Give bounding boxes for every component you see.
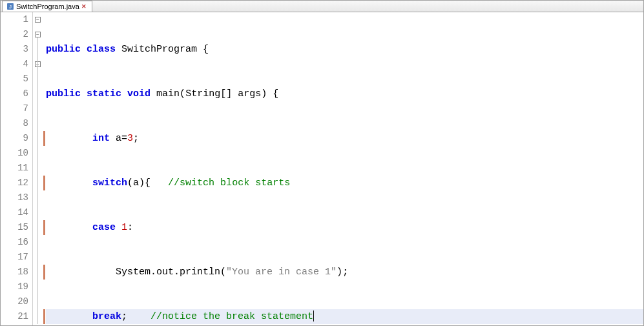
tab-filename: SwitchProgram.java	[16, 3, 79, 10]
java-file-icon: J	[6, 3, 14, 10]
line-number: 14	[1, 205, 28, 220]
line-number: 6	[1, 87, 28, 101]
line-number: 15	[1, 220, 28, 235]
fold-gutter: − − −	[33, 12, 43, 325]
text-cursor	[313, 311, 314, 321]
code-line: public static void main(String[] args) {	[46, 87, 643, 101]
line-number: 20	[1, 294, 28, 309]
code-line: int a=3;	[46, 131, 643, 146]
line-number: 4	[1, 57, 28, 72]
code-line: case 1:	[46, 220, 643, 235]
file-tab[interactable]: J SwitchProgram.java ✕	[2, 1, 92, 12]
line-number: 9	[1, 131, 28, 146]
line-number: 8	[1, 116, 28, 131]
change-marker	[43, 131, 45, 146]
svg-text:J: J	[9, 4, 12, 10]
change-marker	[43, 309, 45, 324]
line-number: 18	[1, 265, 28, 280]
change-marker	[43, 220, 45, 235]
fold-toggle-icon[interactable]: −	[35, 32, 41, 37]
code-line: public class SwitchProgram {	[46, 42, 643, 57]
line-number: 10	[1, 146, 28, 161]
line-number: 1	[1, 12, 28, 27]
tab-bar: J SwitchProgram.java ✕	[1, 1, 643, 12]
line-number: 2	[1, 27, 28, 42]
line-number: 7	[1, 101, 28, 116]
line-number: 5	[1, 72, 28, 87]
editor-area: 123456789101112131415161718192021 − − − …	[1, 12, 643, 325]
change-marker	[43, 176, 45, 190]
line-number: 13	[1, 190, 28, 205]
code-line: break; //notice the break statement	[46, 309, 643, 324]
code-area[interactable]: public class SwitchProgram { public stat…	[43, 12, 643, 325]
line-number: 3	[1, 42, 28, 57]
line-number: 16	[1, 235, 28, 250]
line-number-gutter: 123456789101112131415161718192021	[1, 12, 33, 325]
code-line: switch(a){ //switch block starts	[46, 176, 643, 190]
code-line: System.out.println("You are in case 1");	[46, 265, 643, 280]
line-number: 21	[1, 309, 28, 324]
line-number: 11	[1, 161, 28, 176]
close-icon[interactable]: ✕	[81, 3, 88, 10]
change-marker	[43, 265, 45, 280]
fold-toggle-icon[interactable]: −	[35, 17, 41, 23]
line-number: 12	[1, 176, 28, 190]
line-number: 19	[1, 280, 28, 294]
fold-line	[37, 37, 38, 324]
line-number: 17	[1, 250, 28, 265]
